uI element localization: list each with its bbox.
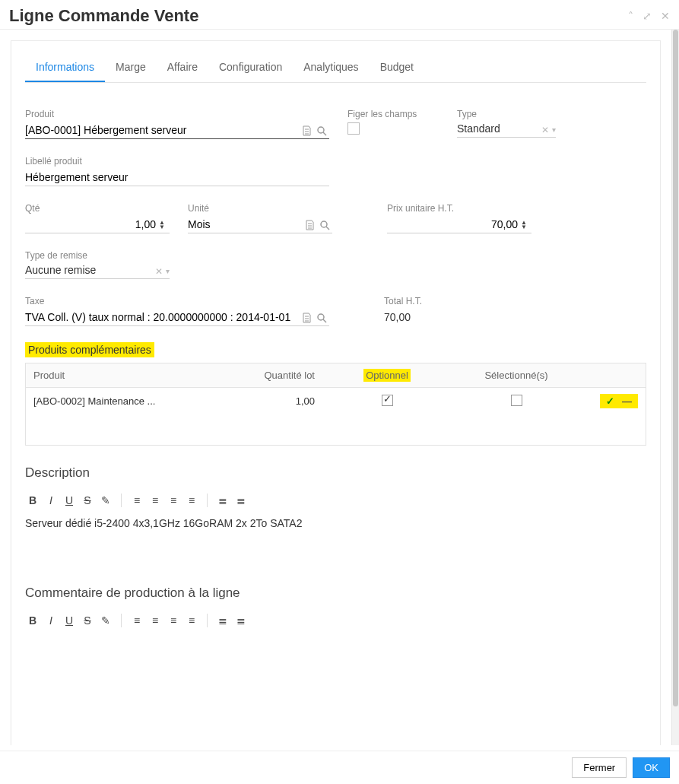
- label-unite: Unité: [188, 203, 332, 214]
- scrollbar[interactable]: [671, 30, 679, 745]
- underline-button[interactable]: U: [62, 493, 77, 508]
- prod-comment-toolbar: B I U S ✎ ≡ ≡ ≡ ≡ ≣ ≣: [11, 608, 660, 633]
- prod-comment-title: Commentaire de production à la ligne: [25, 586, 646, 601]
- tab-marge[interactable]: Marge: [105, 56, 157, 82]
- complementary-table: Produit Quantité lot Optionnel Sélection…: [25, 363, 646, 446]
- label-type-remise: Type de remise: [25, 250, 170, 261]
- collapse-icon[interactable]: ˄: [628, 10, 633, 22]
- prixu-spinner[interactable]: ▲▼: [521, 221, 527, 230]
- tab-informations[interactable]: Informations: [25, 56, 105, 82]
- row-confirm-icon[interactable]: ✓: [606, 395, 614, 407]
- eraser-button[interactable]: ✎: [98, 613, 113, 628]
- document-icon[interactable]: [302, 313, 312, 323]
- label-qte: Qté: [25, 203, 170, 214]
- tab-budget[interactable]: Budget: [370, 56, 424, 82]
- italic-button[interactable]: I: [43, 613, 59, 628]
- svg-line-1: [323, 132, 326, 135]
- align-left-button[interactable]: ≡: [129, 493, 144, 508]
- close-icon[interactable]: ✕: [661, 10, 670, 22]
- search-icon[interactable]: [316, 313, 327, 323]
- row-actions: ✓ —: [600, 394, 638, 408]
- description-toolbar: B I U S ✎ ≡ ≡ ≡ ≡ ≣ ≣: [11, 488, 660, 513]
- col-selected: Sélectionné(s): [452, 363, 581, 387]
- type-select[interactable]: Standard: [457, 122, 537, 137]
- row-qty: 1,00: [224, 389, 322, 413]
- close-button[interactable]: Fermer: [572, 757, 627, 778]
- tabs: Informations Marge Affaire Configuration…: [25, 56, 646, 83]
- description-editor[interactable]: Serveur dédié i5-2400 4x3,1GHz 16GoRAM 2…: [11, 513, 660, 566]
- list-ul-button[interactable]: ≣: [215, 613, 230, 628]
- row-remove-icon[interactable]: —: [622, 395, 632, 407]
- col-qty: Quantité lot: [224, 363, 322, 387]
- svg-point-4: [318, 314, 324, 320]
- chevron-down-icon[interactable]: ▾: [552, 125, 556, 134]
- row-selected-checkbox[interactable]: [511, 395, 522, 406]
- row-produit: [ABO-0002] Maintenance ...: [26, 389, 224, 413]
- label-produit: Produit: [25, 109, 329, 119]
- dialog-header: Ligne Commande Vente ˄ ⤢ ✕: [0, 0, 679, 30]
- type-clear-icon[interactable]: ✕: [541, 125, 549, 135]
- dialog-controls: ˄ ⤢ ✕: [628, 10, 670, 22]
- qte-spinner[interactable]: ▲▼: [159, 221, 165, 230]
- figer-checkbox[interactable]: [347, 122, 360, 135]
- list-ul-button[interactable]: ≣: [215, 493, 230, 508]
- prod-comment-editor[interactable]: [11, 633, 660, 686]
- description-title: Description: [25, 465, 646, 481]
- list-ol-button[interactable]: ≣: [233, 493, 249, 508]
- align-center-button[interactable]: ≡: [148, 493, 163, 508]
- document-icon[interactable]: [305, 220, 315, 230]
- tab-configuration[interactable]: Configuration: [208, 56, 293, 82]
- chevron-down-icon[interactable]: ▾: [166, 267, 170, 275]
- libelle-input[interactable]: [25, 170, 329, 186]
- table-header: Produit Quantité lot Optionnel Sélection…: [26, 363, 646, 388]
- col-produit: Produit: [26, 363, 224, 387]
- label-taxe: Taxe: [25, 296, 329, 306]
- svg-line-3: [326, 227, 329, 230]
- strike-button[interactable]: S: [80, 493, 95, 508]
- strike-button[interactable]: S: [80, 613, 95, 628]
- svg-point-2: [321, 221, 327, 227]
- table-row[interactable]: [ABO-0002] Maintenance ... 1,00 ✓ —: [26, 388, 646, 445]
- align-right-button[interactable]: ≡: [166, 613, 181, 628]
- scrollbar-thumb[interactable]: [673, 30, 678, 706]
- expand-icon[interactable]: ⤢: [643, 10, 652, 22]
- dialog-title: Ligne Commande Vente: [9, 6, 628, 26]
- produit-input[interactable]: [25, 122, 329, 139]
- total-ht-value: 70,00: [384, 309, 528, 323]
- remise-clear-icon[interactable]: ✕: [155, 266, 163, 277]
- section-complementary-title: Produits complémentaires: [25, 342, 154, 357]
- svg-point-0: [318, 127, 324, 133]
- label-total-ht: Total H.T.: [384, 296, 528, 306]
- align-left-button[interactable]: ≡: [129, 613, 144, 628]
- tab-analytiques[interactable]: Analytiques: [293, 56, 369, 82]
- align-justify-button[interactable]: ≡: [184, 493, 199, 508]
- align-right-button[interactable]: ≡: [166, 493, 181, 508]
- italic-button[interactable]: I: [43, 493, 59, 508]
- document-icon[interactable]: [302, 125, 312, 136]
- svg-line-5: [323, 319, 326, 322]
- prixu-input[interactable]: [387, 217, 531, 233]
- label-figer: Figer les champs: [347, 109, 439, 119]
- list-ol-button[interactable]: ≣: [233, 613, 249, 628]
- bold-button[interactable]: B: [25, 493, 40, 508]
- underline-button[interactable]: U: [62, 613, 77, 628]
- form-panel: Informations Marge Affaire Configuration…: [11, 40, 661, 745]
- label-type: Type: [457, 109, 556, 119]
- label-libelle: Libellé produit: [25, 156, 329, 167]
- taxe-input[interactable]: [25, 309, 329, 326]
- qte-input[interactable]: [25, 217, 170, 233]
- row-optional-checkbox[interactable]: [382, 395, 393, 406]
- bold-button[interactable]: B: [25, 613, 40, 628]
- search-icon[interactable]: [319, 220, 330, 230]
- col-optional: Optionnel: [322, 363, 452, 387]
- label-prixu: Prix unitaire H.T.: [387, 203, 531, 214]
- search-icon[interactable]: [316, 125, 327, 136]
- tab-affaire[interactable]: Affaire: [157, 56, 208, 82]
- ok-button[interactable]: OK: [633, 757, 670, 778]
- dialog-footer: Fermer OK: [0, 751, 679, 784]
- align-justify-button[interactable]: ≡: [184, 613, 199, 628]
- eraser-button[interactable]: ✎: [98, 493, 113, 508]
- align-center-button[interactable]: ≡: [148, 613, 163, 628]
- type-remise-select[interactable]: Aucune remise: [25, 264, 151, 278]
